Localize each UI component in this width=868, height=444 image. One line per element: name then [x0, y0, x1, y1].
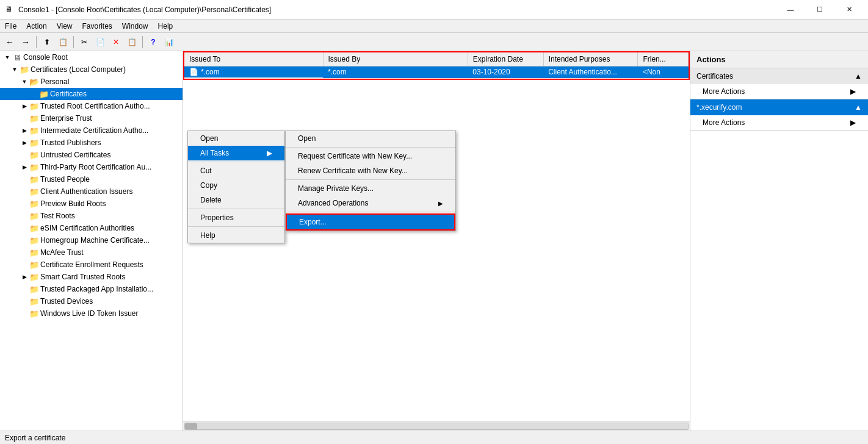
delete-button[interactable]: ✕ [109, 35, 123, 49]
menu-favorites[interactable]: Favorites [78, 20, 117, 32]
tree-item-client-auth[interactable]: 📁 Client Authentication Issuers [0, 185, 183, 198]
tree-item-homegroup[interactable]: 📁 Homegroup Machine Certificate... [0, 234, 183, 246]
tree-item-personal[interactable]: ▼ 📂 Personal [0, 76, 183, 88]
sep2 [73, 36, 74, 48]
sub-export[interactable]: Export... [286, 213, 455, 231]
h-scrollbar-thumb[interactable] [185, 423, 197, 429]
ctx-help[interactable]: Help [188, 228, 284, 243]
ctx-delete[interactable]: Delete [188, 193, 284, 207]
tree-label: Enterprise Trust [40, 114, 92, 123]
sub-advanced[interactable]: Advanced Operations ▶ [286, 196, 455, 210]
ctx-copy[interactable]: Copy [188, 178, 284, 193]
tree-item-trusted-publishers[interactable]: ▶ 📁 Trusted Publishers [0, 137, 183, 149]
tree-item-smart-card[interactable]: ▶ 📁 Smart Card Trusted Roots [0, 271, 183, 283]
up-button[interactable]: ⬆ [40, 35, 54, 49]
close-button[interactable]: ✕ [835, 0, 863, 20]
expand-icon[interactable]: ▶ [20, 126, 29, 135]
tree-item-test-roots[interactable]: 📁 Test Roots [0, 210, 183, 222]
tree-label: McAfee Trust [40, 248, 84, 257]
table-header: Issued To Issued By Expiration Date Inte… [184, 52, 689, 66]
properties-button[interactable]: 📊 [162, 35, 176, 49]
forward-button[interactable]: → [18, 35, 33, 49]
maximize-button[interactable]: ☐ [806, 0, 834, 20]
tree-item-certificates[interactable]: 📁 Certificates [0, 88, 183, 100]
content-scroll[interactable]: Issued To Issued By Expiration Date Inte… [183, 51, 690, 421]
copy-button[interactable]: 📄 [93, 35, 107, 49]
expand-icon[interactable]: ▶ [20, 101, 29, 111]
separator [188, 209, 284, 209]
snap-button[interactable]: 📋 [56, 35, 70, 49]
tree-item-certs-local[interactable]: ▼ 📁 Certificates (Local Computer) [0, 63, 183, 76]
tree-item-mcafee[interactable]: 📁 McAfee Trust [0, 246, 183, 259]
sub-manage[interactable]: Manage Private Keys... [286, 181, 455, 196]
app-icon: 🖥 [5, 5, 15, 15]
tree-item-preview-build[interactable]: 📁 Preview Build Roots [0, 198, 183, 210]
tree-item-cert-enrollment[interactable]: 📁 Certificate Enrollment Requests [0, 259, 183, 271]
h-scrollbar[interactable] [183, 421, 690, 431]
help-button[interactable]: ? [146, 35, 161, 49]
tree-item-trusted-packaged[interactable]: 📁 Trusted Packaged App Installatio... [0, 283, 183, 295]
ctx-open[interactable]: Open [188, 131, 284, 146]
tree-item-trusted-devices[interactable]: 📁 Trusted Devices [0, 295, 183, 307]
submenu-arrow-icon: ▶ [267, 149, 272, 157]
tree-item-trusted-root[interactable]: ▶ 📁 Trusted Root Certification Autho... [0, 100, 183, 112]
menu-help[interactable]: Help [153, 20, 178, 32]
main-container: ▼ 🖥 Console Root ▼ 📁 Certificates (Local… [0, 51, 868, 431]
actions-section-title-certs[interactable]: Certificates ▲ [690, 68, 868, 84]
actions-more-xecurify[interactable]: More Actions ▶ [690, 115, 868, 130]
sub-renew[interactable]: Renew Certificate with New Key... [286, 163, 455, 178]
tree-label: eSIM Certification Authorities [40, 224, 134, 232]
col-friendly[interactable]: Frien... [638, 52, 689, 66]
tree-item-trusted-people[interactable]: 📁 Trusted People [0, 173, 183, 185]
sub-open[interactable]: Open [286, 131, 455, 146]
actions-header: Actions [690, 51, 868, 68]
title-bar: 🖥 Console1 - [Console Root\Certificates … [0, 0, 868, 20]
ctx-all-tasks[interactable]: All Tasks ▶ [188, 146, 284, 160]
expand-icon[interactable]: ▼ [20, 77, 29, 87]
expand-icon[interactable]: ▼ [10, 65, 20, 74]
paste-button[interactable]: 📋 [125, 35, 139, 49]
col-issued-to[interactable]: Issued To [184, 52, 323, 66]
menu-view[interactable]: View [52, 20, 78, 32]
sub-request[interactable]: Request Certificate with New Key... [286, 149, 455, 163]
tree-item-untrusted[interactable]: 📁 Untrusted Certificates [0, 149, 183, 161]
tree-item-console-root[interactable]: ▼ 🖥 Console Root [0, 51, 183, 63]
expand-icon[interactable]: ▶ [20, 162, 29, 172]
tree-item-third-party[interactable]: ▶ 📁 Third-Party Root Certification Au... [0, 161, 183, 173]
ctx-cut[interactable]: Cut [188, 163, 284, 178]
separator [286, 212, 455, 212]
actions-section-title-xecurify[interactable]: *.xecurify.com ▲ [690, 99, 868, 115]
expand-icon[interactable]: ▼ [2, 52, 12, 62]
menu-action[interactable]: Action [21, 20, 51, 32]
sep3 [142, 36, 143, 48]
separator [286, 147, 455, 148]
tree-label: Intermediate Certification Autho... [40, 126, 148, 135]
tree-label: Client Authentication Issuers [40, 187, 132, 196]
folder-icon: 📁 [29, 296, 39, 306]
ctx-properties[interactable]: Properties [188, 210, 284, 225]
col-exp-date[interactable]: Expiration Date [468, 52, 543, 66]
folder-icon: 📁 [29, 174, 39, 184]
actions-more-certs[interactable]: More Actions ▶ [690, 84, 868, 99]
table-row[interactable]: 📄 *.com *.com 03-10-2020 Client Authenti… [184, 66, 689, 79]
tree-label: Untrusted Certificates [40, 151, 110, 159]
tree-item-esim[interactable]: 📁 eSIM Certification Authorities [0, 222, 183, 234]
scissors-button[interactable]: ✂ [77, 35, 92, 49]
separator [188, 226, 284, 227]
expand-icon[interactable]: ▶ [20, 272, 29, 282]
menu-window[interactable]: Window [117, 20, 153, 32]
tree-label: Trusted Root Certification Autho... [40, 102, 150, 110]
minimize-button[interactable]: — [776, 0, 805, 20]
spacer [20, 309, 29, 318]
cert-icon: 📄 [189, 68, 198, 76]
tree-item-windows-live[interactable]: 📁 Windows Live ID Token Issuer [0, 307, 183, 320]
back-button[interactable]: ← [2, 35, 17, 49]
expand-icon[interactable]: ▶ [20, 138, 29, 148]
tree-label: Trusted Packaged App Installatio... [40, 285, 153, 293]
tree-item-enterprise-trust[interactable]: 📁 Enterprise Trust [0, 112, 183, 124]
col-intended[interactable]: Intended Purposes [543, 52, 638, 66]
col-issued-by[interactable]: Issued By [323, 52, 468, 66]
tree-item-intermediate[interactable]: ▶ 📁 Intermediate Certification Autho... [0, 124, 183, 137]
menu-file[interactable]: File [0, 20, 21, 32]
arrow-right-icon: ▶ [850, 118, 856, 127]
